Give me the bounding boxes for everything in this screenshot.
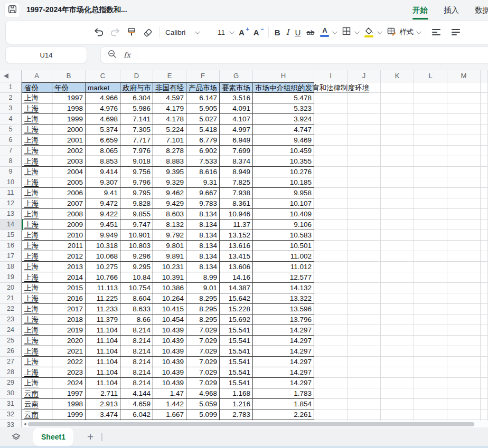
cell[interactable]: 5.986 <box>120 103 153 114</box>
cell[interactable] <box>447 262 481 272</box>
cell[interactable] <box>414 188 447 198</box>
cell[interactable] <box>414 230 447 241</box>
cell[interactable]: 13.796 <box>253 314 314 325</box>
cell[interactable] <box>381 135 414 146</box>
cell[interactable] <box>314 135 348 146</box>
cell[interactable]: 14.132 <box>253 283 314 293</box>
cell[interactable]: 9.949 <box>86 230 120 241</box>
cell[interactable] <box>481 409 488 420</box>
cell[interactable] <box>447 188 481 198</box>
cell[interactable]: 6.779 <box>186 135 220 146</box>
row-header[interactable]: 1 <box>0 82 22 93</box>
cell[interactable]: 9.795 <box>120 188 153 198</box>
cell[interactable]: 2000 <box>52 125 86 135</box>
cell[interactable]: 13.152 <box>220 230 253 241</box>
cell[interactable] <box>348 304 381 314</box>
cell[interactable]: 4.659 <box>120 399 153 409</box>
horizontal-scrollbar[interactable]: ◄ <box>22 421 488 428</box>
cell[interactable]: 4.107 <box>220 114 253 125</box>
cell[interactable] <box>447 125 481 135</box>
cell[interactable] <box>447 357 481 367</box>
cell[interactable]: 7.533 <box>186 156 220 167</box>
column-header-L[interactable]: L <box>414 70 447 82</box>
cell[interactable] <box>447 241 481 251</box>
cell[interactable] <box>481 82 488 93</box>
cell[interactable] <box>314 241 348 251</box>
cell[interactable] <box>414 156 447 167</box>
cell[interactable]: 15.541 <box>220 357 253 367</box>
cell[interactable]: 9.667 <box>186 188 220 198</box>
cell[interactable] <box>381 146 414 156</box>
cell[interactable]: 11.379 <box>86 314 120 325</box>
cell[interactable] <box>414 304 447 314</box>
italic-button[interactable]: I <box>286 27 289 37</box>
cell[interactable] <box>348 241 381 251</box>
cell[interactable]: 10.275 <box>86 262 120 272</box>
cell[interactable] <box>348 220 381 230</box>
cell[interactable]: 上海 <box>22 283 52 293</box>
cell[interactable]: 产品市场 <box>186 82 220 93</box>
cell[interactable]: 2011 <box>52 241 86 251</box>
cell[interactable] <box>314 146 348 156</box>
cell[interactable]: 上海 <box>22 156 52 167</box>
cell[interactable] <box>348 156 381 167</box>
cell[interactable]: 7.029 <box>186 357 220 367</box>
cell[interactable] <box>348 114 381 125</box>
cell[interactable] <box>381 220 414 230</box>
cell[interactable]: 9.307 <box>86 177 120 188</box>
cell[interactable]: 4.968 <box>186 388 220 399</box>
cell[interactable] <box>314 325 348 336</box>
cell[interactable]: 上海 <box>22 93 52 103</box>
cell[interactable]: 8.99 <box>186 272 220 283</box>
cell[interactable] <box>414 146 447 156</box>
cell[interactable] <box>481 125 488 135</box>
cell[interactable]: 7.305 <box>120 125 153 135</box>
cell[interactable] <box>348 177 381 188</box>
cell[interactable] <box>348 409 381 420</box>
cell[interactable]: 5.059 <box>186 399 220 409</box>
cell[interactable] <box>447 336 481 346</box>
cell[interactable]: 9.801 <box>153 241 186 251</box>
cell[interactable]: 2017 <box>52 304 86 314</box>
cell[interactable] <box>414 378 447 388</box>
cell[interactable]: 1.168 <box>220 388 253 399</box>
cell[interactable]: 10.439 <box>153 336 186 346</box>
cell[interactable]: 2021 <box>52 346 86 357</box>
cell[interactable] <box>348 283 381 293</box>
cell[interactable]: 9.796 <box>120 177 153 188</box>
cell[interactable] <box>314 167 348 177</box>
cell[interactable]: 15.228 <box>220 304 253 314</box>
cell[interactable] <box>348 325 381 336</box>
cell[interactable] <box>348 167 381 177</box>
cell[interactable]: 2009 <box>52 220 86 230</box>
cell[interactable] <box>381 241 414 251</box>
cell[interactable]: 10.318 <box>86 241 120 251</box>
cell[interactable]: 2.261 <box>253 409 314 420</box>
row-header[interactable]: 11 <box>0 188 22 198</box>
cell[interactable]: 10.501 <box>253 241 314 251</box>
row-header[interactable]: 3 <box>0 103 22 114</box>
cell[interactable]: 10.754 <box>120 283 153 293</box>
cell[interactable]: 上海 <box>22 336 52 346</box>
cell[interactable] <box>314 293 348 304</box>
cell[interactable] <box>481 262 488 272</box>
cell[interactable]: 3.474 <box>86 409 120 420</box>
cell[interactable] <box>348 135 381 146</box>
cell[interactable] <box>447 93 481 103</box>
cell[interactable]: 2010 <box>52 230 86 241</box>
row-header[interactable]: 28 <box>0 367 22 378</box>
cell[interactable] <box>381 103 414 114</box>
add-sheet-button[interactable]: + <box>87 432 93 442</box>
cell[interactable]: 上海 <box>22 135 52 146</box>
increase-font-size-button[interactable]: A+ <box>239 28 245 37</box>
column-header-I[interactable]: I <box>314 70 348 82</box>
cell[interactable]: 10.439 <box>153 346 186 357</box>
cell[interactable] <box>414 177 447 188</box>
cell[interactable]: 年份 <box>52 82 86 93</box>
cell[interactable]: 9.469 <box>253 135 314 146</box>
cell[interactable]: 上海 <box>22 262 52 272</box>
cell[interactable] <box>414 409 447 420</box>
cell[interactable] <box>381 399 414 409</box>
cell[interactable]: 8.214 <box>120 336 153 346</box>
cell[interactable] <box>381 346 414 357</box>
